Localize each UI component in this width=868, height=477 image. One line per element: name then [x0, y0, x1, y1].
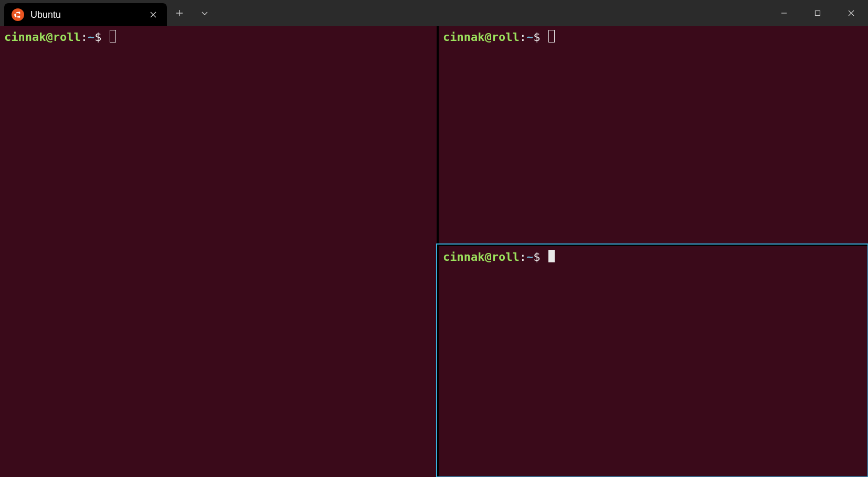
maximize-button[interactable]: [801, 0, 834, 26]
chevron-down-icon: [201, 9, 208, 17]
prompt-separator: :: [520, 250, 526, 263]
plus-icon: [176, 9, 183, 17]
title-bar: Ubuntu: [0, 0, 868, 26]
prompt-line: cinnak@roll:~$: [443, 29, 864, 45]
terminal-pane-left[interactable]: cinnak@roll:~$: [0, 26, 437, 477]
minimize-button[interactable]: [767, 0, 801, 26]
prompt-symbol: $: [94, 30, 101, 44]
ubuntu-logo-icon: [12, 8, 24, 21]
prompt-separator: :: [81, 30, 88, 44]
prompt-user-host: cinnak@roll: [443, 250, 520, 263]
prompt-user-host: cinnak@roll: [443, 30, 520, 44]
terminal-area: cinnak@roll:~$ cinnak@roll:~$ cinnak@rol…: [0, 26, 868, 477]
prompt-separator: :: [520, 30, 526, 44]
close-icon: [848, 10, 854, 16]
cursor: [110, 30, 116, 43]
terminal-pane-top-right[interactable]: cinnak@roll:~$: [437, 26, 868, 244]
prompt-path: ~: [88, 30, 94, 44]
svg-rect-3: [816, 11, 820, 16]
window-controls: [767, 0, 868, 26]
tab-title: Ubuntu: [30, 9, 141, 20]
prompt-path: ~: [526, 30, 533, 44]
new-tab-button[interactable]: [167, 0, 192, 26]
maximize-icon: [814, 10, 821, 16]
cursor: [548, 30, 555, 43]
prompt-path: ~: [526, 250, 533, 263]
prompt-symbol: $: [533, 250, 540, 263]
close-window-button[interactable]: [834, 0, 868, 26]
tab-strip: Ubuntu: [0, 0, 167, 26]
prompt-symbol: $: [533, 30, 540, 44]
cursor: [548, 250, 555, 262]
prompt-user-host: cinnak@roll: [4, 30, 81, 44]
prompt-line: cinnak@roll:~$: [4, 29, 432, 45]
minimize-icon: [781, 10, 787, 16]
close-icon: [150, 12, 156, 18]
prompt-line: cinnak@roll:~$: [443, 249, 864, 265]
tab-dropdown-button[interactable]: [192, 0, 217, 26]
terminal-pane-bottom-right[interactable]: cinnak@roll:~$: [437, 244, 868, 477]
titlebar-spacer[interactable]: [217, 0, 767, 26]
close-tab-button[interactable]: [147, 8, 160, 21]
tab-ubuntu[interactable]: Ubuntu: [4, 3, 167, 26]
